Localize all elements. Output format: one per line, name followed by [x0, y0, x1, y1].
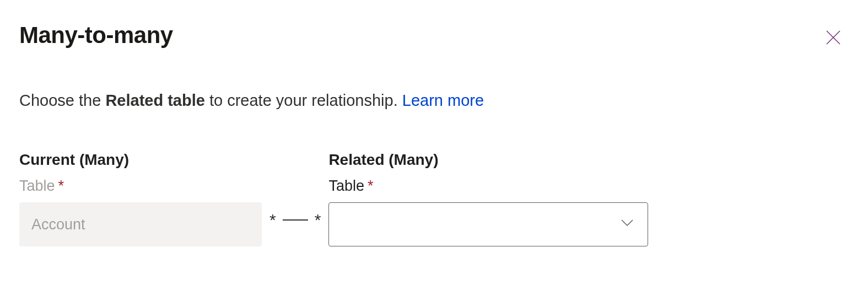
learn-more-link[interactable]: Learn more — [402, 92, 484, 109]
related-table-label-text: Table — [328, 178, 364, 194]
current-table-label: Table* — [19, 178, 262, 195]
chevron-down-icon — [619, 214, 635, 235]
page-title: Many-to-many — [19, 22, 173, 49]
connector-line — [283, 219, 308, 221]
close-button[interactable] — [823, 28, 843, 47]
relationship-connector: * * — [269, 198, 321, 242]
close-icon — [824, 29, 842, 46]
dialog-header: Many-to-many — [19, 22, 849, 49]
current-table-input: Account — [19, 202, 262, 246]
related-table-label: Table* — [328, 178, 648, 195]
current-table-label-text: Table — [19, 178, 55, 194]
description-suffix: to create your relationship. — [205, 92, 402, 109]
connector-left-star: * — [269, 211, 276, 229]
related-heading: Related (Many) — [328, 151, 648, 169]
required-mark: * — [58, 178, 64, 194]
required-mark: * — [368, 178, 374, 194]
description-bold: Related table — [105, 92, 205, 109]
description-prefix: Choose the — [19, 92, 105, 109]
relationship-fields: Current (Many) Table* Account * * Relate… — [19, 151, 849, 246]
current-table-value: Account — [31, 216, 85, 233]
current-table-column: Current (Many) Table* Account — [19, 151, 262, 246]
description-text: Choose the Related table to create your … — [19, 92, 849, 110]
related-table-select[interactable] — [328, 202, 648, 246]
related-table-column: Related (Many) Table* — [328, 151, 648, 246]
current-heading: Current (Many) — [19, 151, 262, 169]
connector-right-star: * — [315, 211, 321, 229]
